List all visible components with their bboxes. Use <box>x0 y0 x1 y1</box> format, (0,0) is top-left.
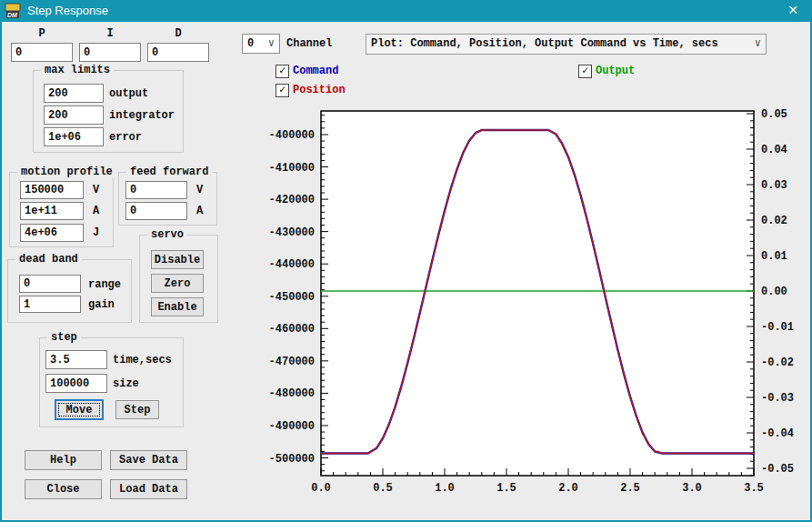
d-label: D <box>147 27 209 40</box>
step-title: step <box>47 331 81 344</box>
svg-text:-480000: -480000 <box>269 387 315 400</box>
save-data-button[interactable]: Save Data <box>110 450 187 470</box>
close-icon[interactable]: ✕ <box>774 0 812 22</box>
channel-value: 0 <box>247 37 254 50</box>
servo-enable-button[interactable]: Enable <box>151 297 204 316</box>
profile-jerk-input[interactable] <box>20 224 84 242</box>
position-checkbox-label[interactable]: Position <box>293 84 346 96</box>
output-checkbox[interactable]: ✓ <box>578 65 592 78</box>
i-input[interactable] <box>79 43 141 62</box>
feed-forward-title: feed forward <box>126 166 212 178</box>
channel-label: Channel <box>286 37 332 50</box>
max-output-input[interactable] <box>44 84 104 103</box>
position-checkbox[interactable]: ✓ <box>276 84 289 97</box>
plot-region: 0.00.51.01.52.02.53.03.5-400000-410000-4… <box>255 100 812 497</box>
ff-accel-input[interactable] <box>125 202 187 220</box>
max-integrator-input[interactable] <box>44 105 104 125</box>
i-label: I <box>79 27 141 40</box>
dead-band-range-label: range <box>88 278 121 291</box>
plot-mode-value: Plot: Command, Position, Output Command … <box>371 37 718 50</box>
svg-text:3.0: 3.0 <box>682 482 702 495</box>
svg-text:1.5: 1.5 <box>496 482 516 495</box>
motion-profile-title: motion profile <box>17 166 116 178</box>
move-button[interactable]: Move <box>55 399 104 420</box>
step-time-label: time,secs <box>113 354 172 366</box>
profile-velocity-input[interactable] <box>20 181 84 199</box>
profile-jerk-label: J <box>93 226 99 239</box>
ff-velocity-input[interactable] <box>125 181 187 199</box>
step-size-input[interactable] <box>45 374 107 393</box>
servo-disable-button[interactable]: Disable <box>151 250 204 269</box>
svg-text:0.01: 0.01 <box>761 250 787 263</box>
chevron-down-icon: ∨ <box>268 36 275 50</box>
load-data-button[interactable]: Load Data <box>110 479 187 499</box>
svg-text:-420000: -420000 <box>269 194 315 206</box>
svg-text:2.0: 2.0 <box>558 482 578 495</box>
profile-velocity-label: V <box>93 184 99 196</box>
output-checkbox-label[interactable]: Output <box>596 65 635 77</box>
step-button[interactable]: Step <box>115 400 159 419</box>
svg-text:0.03: 0.03 <box>761 179 787 192</box>
svg-text:-400000: -400000 <box>269 129 315 142</box>
max-error-label: error <box>109 131 142 144</box>
svg-text:0.04: 0.04 <box>761 144 787 156</box>
command-checkbox-label[interactable]: Command <box>293 65 338 77</box>
dead-band-title: dead band <box>15 253 82 266</box>
svg-text:-450000: -450000 <box>269 291 315 304</box>
max-error-input[interactable] <box>44 127 104 146</box>
profile-accel-label: A <box>93 205 99 217</box>
ff-velocity-label: V <box>196 184 203 196</box>
channel-select[interactable]: 0 ∨ <box>242 34 280 54</box>
svg-text:2.5: 2.5 <box>620 482 640 495</box>
svg-text:0.02: 0.02 <box>761 215 787 227</box>
svg-text:DM: DM <box>7 12 17 18</box>
step-response-chart: 0.00.51.01.52.02.53.03.5-400000-410000-4… <box>255 100 812 497</box>
svg-text:3.5: 3.5 <box>744 482 764 495</box>
svg-text:-500000: -500000 <box>269 453 315 466</box>
chevron-down-icon: ∨ <box>755 36 761 50</box>
max-output-label: output <box>109 87 148 100</box>
title-bar[interactable]: DM Step Response ✕ <box>0 0 812 22</box>
svg-text:-490000: -490000 <box>269 420 315 433</box>
step-size-label: size <box>113 377 139 390</box>
servo-zero-button[interactable]: Zero <box>151 274 204 293</box>
p-input[interactable] <box>11 43 73 62</box>
plot-mode-select[interactable]: Plot: Command, Position, Output Command … <box>366 34 767 55</box>
svg-text:-430000: -430000 <box>269 226 315 239</box>
profile-accel-input[interactable] <box>20 202 84 220</box>
window-title: Step Response <box>27 4 108 17</box>
svg-text:0.00: 0.00 <box>761 286 787 298</box>
svg-text:-0.04: -0.04 <box>761 427 794 440</box>
max-integrator-label: integrator <box>109 109 175 122</box>
close-button[interactable]: Close <box>25 479 102 499</box>
dead-band-range-input[interactable] <box>19 275 81 293</box>
svg-text:-0.01: -0.01 <box>761 321 794 334</box>
svg-text:-460000: -460000 <box>269 323 315 336</box>
help-button[interactable]: Help <box>25 450 102 470</box>
svg-text:1.0: 1.0 <box>435 482 455 495</box>
svg-text:-410000: -410000 <box>269 162 315 175</box>
step-response-window: DM Step Response ✕ P I D 0 ∨ Channel Plo… <box>0 0 812 522</box>
p-label: P <box>11 27 73 40</box>
svg-text:-0.02: -0.02 <box>761 356 794 369</box>
svg-text:-440000: -440000 <box>269 258 315 271</box>
svg-text:-0.03: -0.03 <box>761 392 794 405</box>
step-time-input[interactable] <box>45 350 107 369</box>
app-icon: DM <box>5 3 21 19</box>
svg-text:0.5: 0.5 <box>373 482 393 495</box>
svg-text:-470000: -470000 <box>269 356 315 368</box>
svg-text:0.05: 0.05 <box>761 108 787 121</box>
svg-text:0.0: 0.0 <box>311 482 331 495</box>
max-limits-title: max limits <box>41 64 114 76</box>
dead-band-gain-label: gain <box>88 298 115 311</box>
command-checkbox[interactable]: ✓ <box>276 65 289 78</box>
dead-band-gain-input[interactable] <box>19 296 81 313</box>
svg-text:-0.05: -0.05 <box>761 463 794 476</box>
servo-title: servo <box>147 228 187 241</box>
d-input[interactable] <box>147 43 209 62</box>
ff-accel-label: A <box>196 205 203 217</box>
